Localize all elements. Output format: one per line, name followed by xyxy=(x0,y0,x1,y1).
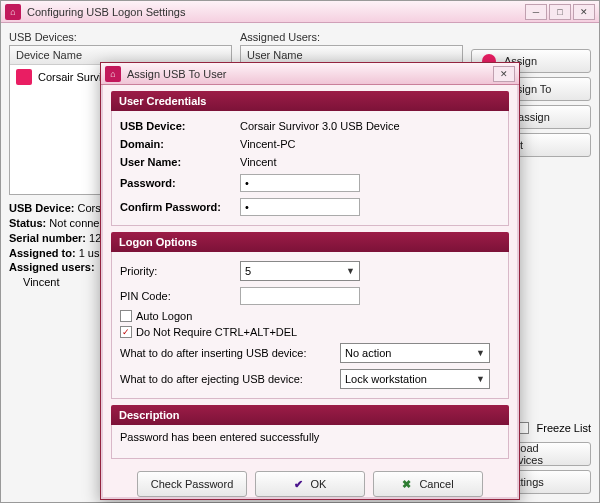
pin-code-label: PIN Code: xyxy=(120,290,240,302)
main-titlebar: ⌂ Configuring USB Logon Settings ─ □ ✕ xyxy=(1,1,599,23)
description-text: Password has been entered successfully xyxy=(120,431,500,443)
check-icon: ✔ xyxy=(294,478,303,491)
description-header: Description xyxy=(111,405,509,425)
password-label: Password: xyxy=(120,177,240,189)
password-input[interactable] xyxy=(240,174,360,192)
auto-logon-label: Auto Logon xyxy=(136,310,192,322)
cancel-button[interactable]: ✖Cancel xyxy=(373,471,483,497)
confirm-password-input[interactable] xyxy=(240,198,360,216)
after-insert-label: What to do after inserting USB device: xyxy=(120,347,340,359)
ok-label: OK xyxy=(311,478,327,490)
after-eject-label: What to do after ejecting USB device: xyxy=(120,373,340,385)
dialog-body: User Credentials USB Device:Corsair Surv… xyxy=(101,85,519,499)
usb-device-icon xyxy=(16,69,32,85)
usb-devices-label: USB Devices: xyxy=(9,31,232,43)
maximize-button[interactable]: □ xyxy=(549,4,571,20)
after-eject-value: Lock workstation xyxy=(345,373,427,385)
usb-device-label: USB Device: xyxy=(120,120,240,132)
username-value: Vincent xyxy=(240,156,500,168)
dialog-title: Assign USB To User xyxy=(127,68,491,80)
chevron-down-icon: ▼ xyxy=(476,374,485,384)
app-icon: ⌂ xyxy=(5,4,21,20)
no-ctrl-alt-del-label: Do Not Require CTRL+ALT+DEL xyxy=(136,326,297,338)
no-ctrl-alt-del-checkbox[interactable] xyxy=(120,326,132,338)
dialog-button-row: Check Password ✔OK ✖Cancel xyxy=(111,465,509,497)
after-insert-value: No action xyxy=(345,347,391,359)
cancel-label: Cancel xyxy=(419,478,453,490)
priority-select[interactable]: 5▼ xyxy=(240,261,360,281)
domain-value: Vincent-PC xyxy=(240,138,500,150)
minimize-button[interactable]: ─ xyxy=(525,4,547,20)
freeze-list-label: Freeze List xyxy=(537,422,591,434)
confirm-password-label: Confirm Password: xyxy=(120,201,240,213)
logon-options-group: Logon Options Priority:5▼ PIN Code: Auto… xyxy=(111,232,509,399)
info-status-label: Status: xyxy=(9,217,46,229)
check-password-button[interactable]: Check Password xyxy=(137,471,247,497)
info-device-label: USB Device: xyxy=(9,202,74,214)
usb-device-value: Corsair Survivor 3.0 USB Device xyxy=(240,120,500,132)
close-button[interactable]: ✕ xyxy=(573,4,595,20)
user-credentials-group: User Credentials USB Device:Corsair Surv… xyxy=(111,91,509,226)
info-assigned-users-label: Assigned users: xyxy=(9,261,95,273)
cancel-icon: ✖ xyxy=(402,478,411,491)
auto-logon-checkbox[interactable] xyxy=(120,310,132,322)
dialog-titlebar: ⌂ Assign USB To User ✕ xyxy=(101,63,519,85)
dialog-app-icon: ⌂ xyxy=(105,66,121,82)
ok-button[interactable]: ✔OK xyxy=(255,471,365,497)
pin-code-input[interactable] xyxy=(240,287,360,305)
info-serial-label: Serial number: xyxy=(9,232,86,244)
domain-label: Domain: xyxy=(120,138,240,150)
dialog-close-button[interactable]: ✕ xyxy=(493,66,515,82)
after-eject-select[interactable]: Lock workstation▼ xyxy=(340,369,490,389)
chevron-down-icon: ▼ xyxy=(476,348,485,358)
username-label: User Name: xyxy=(120,156,240,168)
info-assigned-to-label: Assigned to: xyxy=(9,247,76,259)
user-credentials-header: User Credentials xyxy=(111,91,509,111)
priority-value: 5 xyxy=(245,265,251,277)
after-insert-select[interactable]: No action▼ xyxy=(340,343,490,363)
assigned-users-label: Assigned Users: xyxy=(240,31,463,43)
logon-options-header: Logon Options xyxy=(111,232,509,252)
check-password-label: Check Password xyxy=(151,478,234,490)
window-title: Configuring USB Logon Settings xyxy=(27,6,523,18)
description-group: Description Password has been entered su… xyxy=(111,405,509,459)
chevron-down-icon: ▼ xyxy=(346,266,355,276)
priority-label: Priority: xyxy=(120,265,240,277)
assign-usb-dialog: ⌂ Assign USB To User ✕ User Credentials … xyxy=(100,62,520,500)
